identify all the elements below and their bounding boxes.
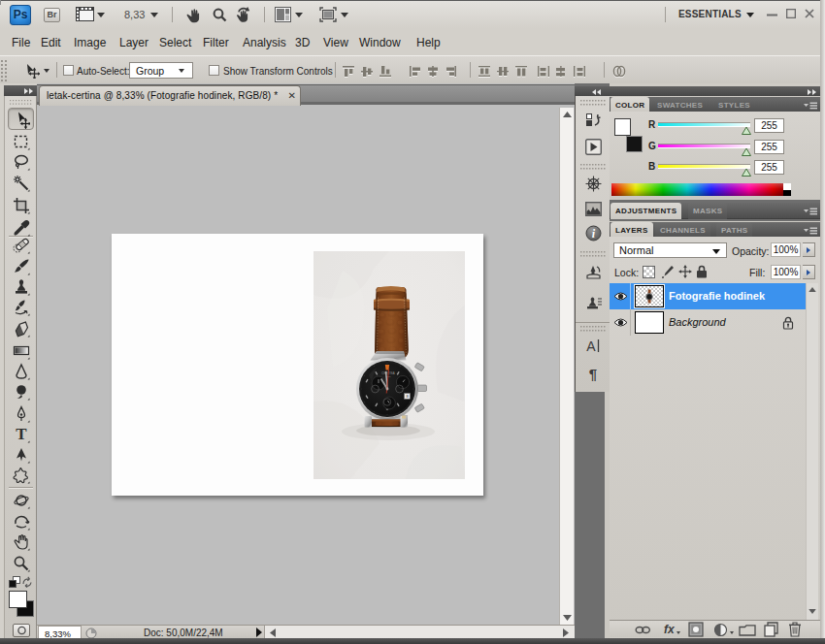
svg-text:A: A (586, 338, 596, 354)
svg-text:T: T (16, 426, 27, 443)
svg-text:¶: ¶ (589, 366, 597, 382)
